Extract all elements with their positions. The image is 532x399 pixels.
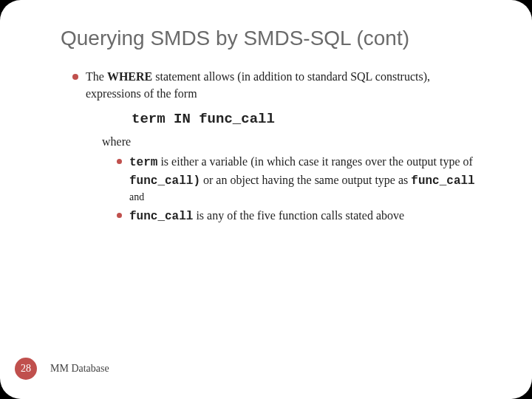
sub1-mid: is either a variable (in which case it r… <box>157 155 473 168</box>
bullet-text-1: The WHERE statement allows (in addition … <box>86 68 488 227</box>
page-number-badge: 28 <box>15 358 37 380</box>
func-code-3: func_call <box>129 210 193 223</box>
where-label: where <box>86 132 488 151</box>
sub-item-2: func_call is any of the five function ca… <box>117 207 488 225</box>
slide: Querying SMDS by SMDS-SQL (cont) The WHE… <box>0 0 532 399</box>
bullet-icon <box>117 159 122 164</box>
func-code-1: func_call) <box>129 174 200 188</box>
footer-label: MM Database <box>50 363 109 375</box>
sub-item-1: term is either a variable (in which case… <box>117 153 488 205</box>
bullet-icon <box>72 74 78 80</box>
footer: 28 MM Database <box>15 358 109 380</box>
bullet-item-1: The WHERE statement allows (in addition … <box>72 68 488 227</box>
bullet-icon <box>117 213 122 218</box>
sub-text-2: func_call is any of the five function ca… <box>129 207 404 225</box>
content-area: The WHERE statement allows (in addition … <box>0 55 532 227</box>
sub-list: term is either a variable (in which case… <box>86 151 488 225</box>
sub2-rest: is any of the five function calls stated… <box>193 209 404 222</box>
func-code-2: func_call <box>411 174 474 188</box>
term-code: term <box>129 156 157 169</box>
and-label: and <box>129 190 488 205</box>
slide-title: Querying SMDS by SMDS-SQL (cont) <box>0 0 532 55</box>
sub1-mid2: or an object having the same output type… <box>200 174 411 186</box>
intro-pre: The <box>86 70 107 83</box>
code-expression: term IN func_call <box>86 102 488 132</box>
sub-text-1: term is either a variable (in which case… <box>129 153 488 205</box>
intro-bold: WHERE <box>107 70 152 83</box>
